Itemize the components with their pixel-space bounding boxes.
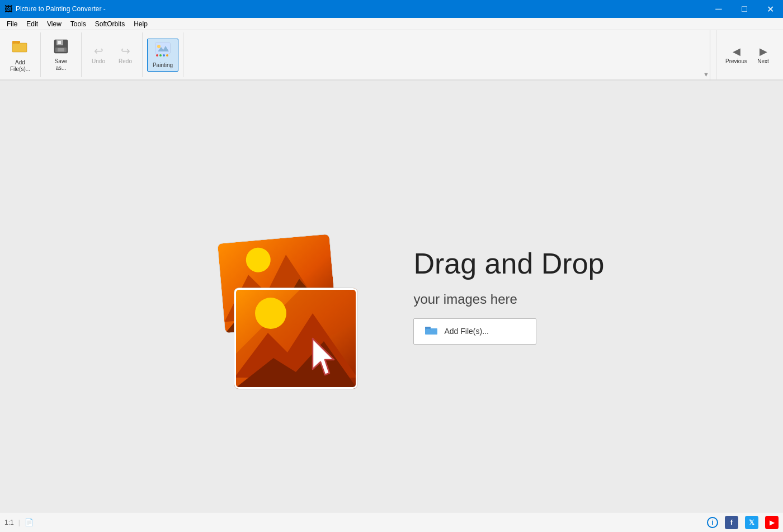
previous-button[interactable]: ◀ Previous bbox=[724, 44, 749, 68]
menu-help[interactable]: Help bbox=[129, 18, 152, 30]
painting-label: Painting bbox=[153, 62, 173, 69]
status-left: 1:1 | 📄 bbox=[4, 518, 34, 526]
painting-button[interactable]: Painting bbox=[147, 39, 178, 72]
menu-tools[interactable]: Tools bbox=[66, 18, 91, 30]
minimize-button[interactable]: ─ bbox=[706, 0, 732, 18]
toolbar-collapse-arrow[interactable]: ▼ bbox=[703, 71, 709, 78]
save-as-label: Saveas... bbox=[55, 58, 68, 72]
nav-area: ◀ Previous ▶ Next bbox=[716, 30, 783, 81]
undo-button[interactable]: ↩ Undo bbox=[86, 43, 111, 68]
previous-label: Previous bbox=[725, 58, 747, 65]
svg-rect-1 bbox=[12, 43, 27, 52]
save-as-icon bbox=[53, 39, 69, 57]
svg-point-11 bbox=[157, 45, 161, 48]
add-files-label: Add File(s)... bbox=[444, 327, 488, 336]
title-bar-left: 🖼 Picture to Painting Converter - bbox=[4, 4, 106, 13]
status-page-icon: 📄 bbox=[25, 518, 34, 526]
menu-view[interactable]: View bbox=[43, 18, 66, 30]
menu-softorbits[interactable]: SoftOrbits bbox=[91, 18, 129, 30]
redo-button[interactable]: ↪ Redo bbox=[113, 43, 138, 68]
redo-label: Redo bbox=[119, 58, 132, 65]
status-separator: | bbox=[18, 519, 20, 526]
toolbar-separator bbox=[710, 30, 710, 81]
svg-rect-5 bbox=[58, 41, 61, 44]
window-controls: ─ □ ✕ bbox=[706, 0, 783, 18]
drag-drop-subtitle: your images here bbox=[413, 291, 604, 307]
twitter-icon[interactable]: 𝕏 bbox=[745, 516, 758, 529]
menu-file[interactable]: File bbox=[2, 18, 22, 30]
add-files-button[interactable]: Add File(s)... bbox=[413, 318, 536, 345]
drop-text-area: Drag and Drop your images here Add File(… bbox=[413, 248, 604, 344]
info-icon[interactable]: i bbox=[707, 517, 718, 528]
menu-edit[interactable]: Edit bbox=[22, 18, 43, 30]
toolbar-group-undoredo: ↩ Undo ↪ Redo bbox=[82, 32, 143, 77]
svg-rect-33 bbox=[425, 328, 437, 335]
illustration bbox=[178, 193, 380, 400]
add-file-icon bbox=[11, 37, 29, 58]
app-icon: 🖼 bbox=[4, 4, 12, 13]
svg-point-14 bbox=[163, 54, 165, 57]
undo-label: Undo bbox=[92, 58, 105, 65]
title-text: Picture to Painting Converter - bbox=[16, 5, 106, 13]
toolbar: AddFile(s)... Saveas... ↩ Undo ↪ bbox=[0, 30, 783, 81]
add-file-label: AddFile(s)... bbox=[10, 59, 30, 73]
main-content: Drag and Drop your images here Add File(… bbox=[0, 81, 783, 512]
svg-point-13 bbox=[159, 54, 162, 57]
svg-point-29 bbox=[255, 298, 286, 329]
restore-button[interactable]: □ bbox=[732, 0, 757, 18]
painting-icon bbox=[154, 41, 171, 60]
title-bar: 🖼 Picture to Painting Converter - ─ □ ✕ bbox=[0, 0, 783, 18]
status-bar: 1:1 | 📄 i f 𝕏 ▶ bbox=[0, 512, 783, 532]
status-right: i f 𝕏 ▶ bbox=[707, 516, 779, 529]
svg-point-12 bbox=[156, 54, 158, 57]
next-icon: ▶ bbox=[760, 46, 767, 57]
drop-zone: Drag and Drop your images here Add File(… bbox=[178, 193, 604, 400]
facebook-icon[interactable]: f bbox=[725, 516, 738, 529]
menu-bar: File Edit View Tools SoftOrbits Help bbox=[0, 18, 783, 30]
toolbar-group-painting: Painting bbox=[143, 32, 183, 77]
toolbar-group-add: AddFile(s)... bbox=[0, 32, 41, 77]
redo-icon: ↪ bbox=[121, 45, 130, 57]
svg-rect-7 bbox=[58, 48, 64, 51]
next-label: Next bbox=[757, 58, 769, 65]
svg-point-15 bbox=[166, 54, 168, 57]
nav-buttons: ◀ Previous ▶ Next bbox=[724, 44, 776, 68]
drag-drop-title: Drag and Drop bbox=[413, 248, 604, 280]
previous-icon: ◀ bbox=[733, 46, 740, 57]
folder-icon bbox=[425, 324, 438, 338]
zoom-label: 1:1 bbox=[4, 519, 14, 526]
add-file-button[interactable]: AddFile(s)... bbox=[4, 35, 36, 76]
close-button[interactable]: ✕ bbox=[757, 0, 783, 18]
save-as-button[interactable]: Saveas... bbox=[45, 36, 77, 74]
toolbar-group-save: Saveas... bbox=[41, 32, 82, 77]
undo-icon: ↩ bbox=[94, 45, 103, 57]
svg-rect-9 bbox=[155, 43, 170, 54]
youtube-icon[interactable]: ▶ bbox=[765, 516, 779, 529]
drop-illustration bbox=[178, 193, 380, 400]
next-button[interactable]: ▶ Next bbox=[751, 44, 776, 68]
